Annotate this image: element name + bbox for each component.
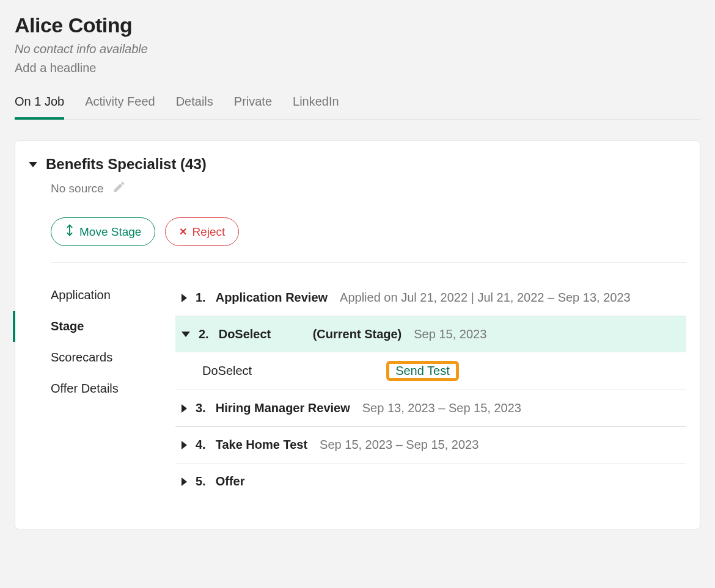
stage-sub-doselect: DoSelect Send Test (175, 352, 686, 390)
stage-meta: Sep 15, 2023 (414, 327, 486, 341)
contact-info: No contact info available (15, 42, 700, 56)
collapse-icon[interactable] (29, 162, 37, 167)
stage-name: Application Review (216, 291, 328, 305)
expand-icon[interactable] (182, 294, 187, 302)
stage-num: 5. (196, 474, 206, 488)
stage-name: Offer (216, 474, 245, 488)
tab-private[interactable]: Private (234, 95, 272, 120)
stage-meta: Applied on Jul 21, 2022 | Jul 21, 2022 –… (340, 291, 631, 305)
stage-list: 1. Application Review Applied on Jul 21,… (175, 280, 686, 499)
expand-icon[interactable] (182, 441, 187, 449)
current-stage-label: (Current Stage) (313, 327, 402, 341)
stage-row-2[interactable]: 2. DoSelect (Current Stage) Sep 15, 2023 (175, 316, 686, 352)
expand-icon[interactable] (182, 477, 187, 486)
expand-icon[interactable] (182, 404, 187, 413)
candidate-tabs: On 1 Job Activity Feed Details Private L… (15, 95, 700, 120)
tab-on-job[interactable]: On 1 Job (15, 95, 64, 120)
stage-num: 2. (199, 327, 209, 341)
side-offer-details[interactable]: Offer Details (13, 373, 175, 404)
tab-details[interactable]: Details (176, 95, 213, 120)
stage-name: DoSelect (219, 327, 304, 341)
stage-num: 3. (196, 401, 206, 415)
stage-meta: Sep 13, 2023 – Sep 15, 2023 (362, 401, 521, 415)
side-application[interactable]: Application (13, 280, 175, 311)
tab-activity-feed[interactable]: Activity Feed (85, 95, 155, 120)
collapse-icon[interactable] (182, 332, 190, 337)
side-scorecards[interactable]: Scorecards (13, 342, 175, 373)
stage-row-3[interactable]: 3. Hiring Manager Review Sep 13, 2023 – … (175, 390, 686, 427)
side-stage[interactable]: Stage (13, 311, 175, 342)
stage-row-4[interactable]: 4. Take Home Test Sep 15, 2023 – Sep 15,… (175, 427, 686, 463)
move-stage-button[interactable]: Move Stage (51, 217, 155, 246)
stage-name: Take Home Test (216, 438, 307, 452)
stage-meta: Sep 15, 2023 – Sep 15, 2023 (320, 438, 479, 452)
stage-row-5[interactable]: 5. Offer (175, 463, 686, 499)
job-header[interactable]: Benefits Specialist (43) (29, 156, 686, 173)
send-test-link[interactable]: Send Test (389, 360, 456, 381)
job-card: Benefits Specialist (43) No source Move … (15, 140, 700, 529)
move-stage-icon (65, 224, 75, 239)
send-test-highlight: Send Test (386, 361, 459, 381)
job-source: No source (51, 182, 104, 195)
stage-num: 4. (196, 438, 206, 452)
tab-linkedin[interactable]: LinkedIn (293, 95, 339, 120)
reject-label: Reject (192, 225, 225, 239)
job-title: Benefits Specialist (43) (46, 156, 207, 173)
substage-name: DoSelect (202, 364, 252, 378)
job-side-nav: Application Stage Scorecards Offer Detai… (29, 280, 175, 499)
reject-icon: ✕ (179, 226, 187, 238)
candidate-name: Alice Coting (15, 13, 700, 37)
edit-source-icon[interactable] (112, 180, 126, 197)
stage-num: 1. (196, 291, 206, 305)
add-headline-link[interactable]: Add a headline (15, 61, 700, 75)
stage-name: Hiring Manager Review (216, 401, 350, 415)
move-stage-label: Move Stage (79, 225, 141, 239)
reject-button[interactable]: ✕ Reject (165, 217, 239, 246)
stage-row-1[interactable]: 1. Application Review Applied on Jul 21,… (175, 280, 686, 316)
